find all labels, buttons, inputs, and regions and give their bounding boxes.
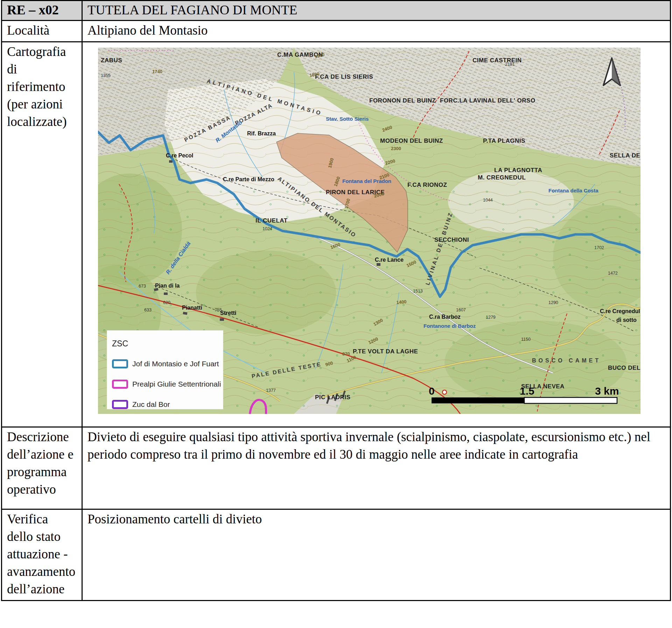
map-label: FORONON DEL BUINZ [369,97,436,104]
map-label: 620 [163,300,170,305]
map-label: P.TA PLAGNIS [483,137,525,144]
map-label: F.CA DE LIS SIERIS [315,73,373,80]
legend-swatch [112,380,128,389]
map-label: C.ra Barboz [429,314,461,320]
cartografia-map-cell: ZABUSC.MA GAMBONF.CA DE LIS SIERISCIME C… [82,42,671,427]
map-label: 870 [342,351,350,357]
map-label: Fontana della Costa [548,188,598,193]
map-label: 1513 [413,289,423,294]
map-label: Stav. Sotto Sieris [326,116,369,122]
scale-bar [432,397,617,403]
map-label: 1150 [521,337,531,342]
map-label: 1044 [483,198,493,203]
verifica-value: Posizionamento cartelli di divieto [82,509,671,601]
legend-zsc-title: ZSC [112,335,218,352]
localita-row: Località Altipiano del Montasio [2,21,671,42]
action-title: TUTELA DEL FAGIANO DI MONTE [82,1,671,21]
localita-value: Altipiano del Montasio [82,21,671,42]
localita-label: Località [2,21,82,42]
map-label: 1472 [608,271,618,276]
descrizione-label: Descrizione dell’azione e programma oper… [2,427,82,509]
verifica-row: Verifica dello stato attuazione - avanza… [2,509,671,601]
map-label: Pian di la [155,283,180,289]
page: { "table": { "r1c1": "RE – x02", "r1c2":… [0,0,672,628]
map-legend: ZSC Jof di Montasio e Jof FuartPrealpi G… [107,330,223,409]
map-label: 1024 [262,226,272,231]
map-label: FORC.LA LAVINAL DELL' ORSO [440,97,536,104]
map-label: 1355 [101,73,111,78]
map-label: ZABUS [101,57,122,64]
map-label: IL CUELAT [255,217,288,224]
map-label: Pianatti [182,305,202,311]
map-label: PIC LADRIS [315,394,350,401]
map-label: Rif. Brazza [247,130,276,136]
map-label: C.re Parte di Mezzo [223,176,274,182]
map-label: M. CREGNEDUL [478,174,526,181]
map-label: LA PLAGNOTTA [494,167,542,174]
map-label: 1740 [152,69,162,74]
map-label: 1702 [594,245,604,250]
legend-swatch [112,400,128,409]
action-code: RE – x02 [2,1,82,21]
verifica-label: Verifica dello stato attuazione - avanza… [2,509,82,601]
legend-item-label: Zuc dal Bor [132,396,170,413]
map-label: 2181 [505,62,515,67]
map-label: 0 [429,385,435,397]
legend-zsc-items: Jof di Montasio e Jof FuartPrealpi Giuli… [112,355,218,413]
map-label: Stretti [220,310,236,316]
descrizione-row: Descrizione dell’azione e programma oper… [2,427,671,509]
action-sheet-table: RE – x02 TUTELA DEL FAGIANO DI MONTE Loc… [1,0,671,601]
map-label: 673 [139,284,146,289]
map-label: C.re Pecol [166,153,193,158]
legend-swatch [112,359,128,368]
map-label: 1400 [396,299,407,305]
map-label: 1290 [548,300,558,305]
cartografia-label: Cartografia di riferimento (per azioni l… [2,42,82,427]
map-label: 1279 [486,315,496,320]
map-label: SELLA DEGLI S [610,152,640,159]
map-label: P.TE VOLT DA LAGHE [353,348,418,355]
map-label: 1607 [456,308,466,312]
map-label: F.CA RIONOZ [407,182,447,188]
legend-item: Prealpi Giulie Settentrionali [112,375,218,393]
map-label: 2300 [391,146,401,151]
topographic-map: ZABUSC.MA GAMBONF.CA DE LIS SIERISCIME C… [98,48,640,414]
map-label: BUCO DEL CU [608,365,640,371]
map-label: MODEON DEL BUINZ [380,137,443,144]
legend-item-label: Prealpi Giulie Settentrionali [132,375,221,393]
map-label: 633 [144,308,152,312]
map-label: BOSCO CAMET [532,358,601,364]
legend-item: Zuc dal Bor [112,396,218,413]
map-label: di sotto [616,317,637,323]
header-row: RE – x02 TUTELA DEL FAGIANO DI MONTE [2,1,671,21]
map-label: Fontanone di Barboz [424,323,476,329]
map-label: 1377 [266,388,276,393]
map-label: 1.5 [520,385,534,397]
legend-item-label: Jof di Montasio e Jof Fuart [132,355,219,373]
descrizione-value: Divieto di eseguire qualsiasi tipo attiv… [82,427,671,509]
map-label: 755 [215,308,222,312]
map-label: C.re Lance [375,257,404,263]
legend-item: Jof di Montasio e Jof Fuart [112,355,218,373]
cartografia-row: Cartografia di riferimento (per azioni l… [2,42,671,427]
map-label: C.re Cregnedul [600,308,640,314]
map-label: 3 km [595,385,619,397]
